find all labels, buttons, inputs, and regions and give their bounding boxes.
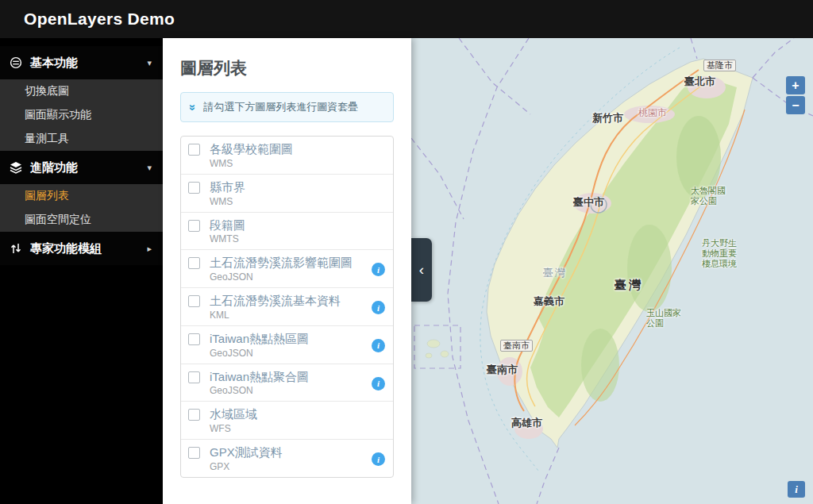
sidebar-item-layer-list[interactable]: 圖層列表 bbox=[0, 184, 163, 208]
map-label-hsinchu: 新竹市 bbox=[592, 112, 623, 125]
layer-name[interactable]: 縣市界 bbox=[210, 180, 385, 195]
layer-checkbox[interactable] bbox=[188, 409, 200, 421]
layer-name[interactable]: 各級學校範圍圖 bbox=[210, 142, 385, 157]
zoom-in-button[interactable]: + bbox=[786, 76, 805, 94]
sidebar-group-advanced: 圖層列表 圖面空間定位 bbox=[0, 184, 163, 232]
layer-type: WMTS bbox=[210, 233, 385, 244]
layer-row: iTaiwan熱點聚合圖 GeoJSON i bbox=[181, 364, 393, 402]
zoom-controls: + − bbox=[786, 76, 805, 114]
chevron-down-icon: ▾ bbox=[147, 163, 153, 173]
layer-checkbox[interactable] bbox=[188, 295, 200, 307]
sidebar-section-label: 專家功能模組 bbox=[30, 241, 147, 256]
layer-name[interactable]: iTaiwan熱點熱區圖 bbox=[210, 332, 372, 347]
panel-title: 圖層列表 bbox=[180, 57, 394, 79]
map-label-taichung: 臺中市 bbox=[573, 196, 604, 209]
sidebar-item-map-display[interactable]: 圖面顯示功能 bbox=[0, 103, 163, 127]
map-label-taoyuan: 桃園市 bbox=[638, 107, 667, 118]
double-chevron-down-icon: » bbox=[187, 104, 199, 110]
map-label-danda-habitat: 丹大野生 動物重要 棲息環境 bbox=[702, 238, 737, 270]
layer-name[interactable]: 段籍圖 bbox=[210, 218, 385, 233]
layer-checkbox[interactable] bbox=[188, 447, 200, 459]
map-label-kaohsiung: 高雄市 bbox=[511, 417, 542, 429]
map-canvas bbox=[411, 38, 813, 504]
layer-type: GeoJSON bbox=[210, 385, 372, 396]
zoom-out-button[interactable]: − bbox=[786, 96, 805, 114]
app-title: OpenLayers Demo bbox=[24, 10, 175, 29]
map-label-yushan-park: 玉山國家 公園 bbox=[646, 308, 681, 329]
layer-checkbox[interactable] bbox=[188, 371, 200, 383]
sidebar-section-label: 進階功能 bbox=[30, 160, 147, 175]
layer-row: iTaiwan熱點熱區圖 GeoJSON i bbox=[181, 326, 393, 364]
info-icon[interactable]: i bbox=[372, 263, 385, 276]
notice-text: 請勾選下方圖層列表進行圖資套疊 bbox=[203, 100, 358, 114]
attribution-button[interactable]: i bbox=[788, 481, 805, 498]
sidebar-item-switch-basemap[interactable]: 切換底圖 bbox=[0, 79, 163, 103]
sidebar-item-spatial-locate[interactable]: 圖面空間定位 bbox=[0, 208, 163, 232]
layer-name[interactable]: 土石流潛勢溪流基本資料 bbox=[210, 294, 372, 309]
chevron-down-icon: ▾ bbox=[147, 58, 153, 68]
sidebar-section-advanced[interactable]: 進階功能 ▾ bbox=[0, 151, 163, 184]
layer-checkbox[interactable] bbox=[188, 257, 200, 269]
panel-collapse-handle[interactable]: ‹ bbox=[411, 238, 432, 302]
map-label-taroko-park: 太魯閣國 家公園 bbox=[691, 186, 726, 206]
sidebar-section-expert[interactable]: 專家功能模組 ▸ bbox=[0, 232, 163, 265]
map-label-taiwan: 臺灣 bbox=[615, 278, 643, 292]
layer-name[interactable]: 水域區域 bbox=[210, 407, 385, 422]
layer-type: GeoJSON bbox=[210, 348, 372, 359]
info-icon[interactable]: i bbox=[372, 301, 385, 314]
layer-row: 縣市界 WMS bbox=[181, 175, 393, 213]
info-icon[interactable]: i bbox=[372, 339, 385, 352]
layer-checkbox[interactable] bbox=[188, 220, 200, 232]
info-icon[interactable]: i bbox=[372, 452, 385, 466]
sidebar-section-basic[interactable]: 基本功能 ▾ bbox=[0, 46, 163, 79]
layer-name[interactable]: iTaiwan熱點聚合圖 bbox=[210, 370, 372, 385]
layer-checkbox[interactable] bbox=[188, 144, 200, 156]
map-label-taipei: 臺北市 bbox=[684, 75, 715, 88]
swap-arrows-icon bbox=[10, 242, 22, 255]
sidebar-section-label: 基本功能 bbox=[30, 56, 147, 71]
map-label-chiayi: 嘉義市 bbox=[534, 295, 564, 308]
layer-type: GeoJSON bbox=[210, 271, 372, 283]
app: OpenLayers Demo 基本功能 ▾ 切換底圖 圖面顯示功能 量測工具 bbox=[0, 0, 813, 504]
app-header: OpenLayers Demo bbox=[0, 0, 813, 38]
layer-name[interactable]: 土石流潛勢溪流影響範圍圖 bbox=[210, 256, 372, 271]
layer-row: 土石流潛勢溪流基本資料 KML i bbox=[181, 288, 393, 326]
layer-panel: 圖層列表 » 請勾選下方圖層列表進行圖資套疊 各級學校範圍圖 WMS 縣市界 bbox=[163, 38, 411, 504]
layer-type: WMS bbox=[210, 158, 385, 169]
map-label-taiwan-strait: 臺灣 bbox=[543, 267, 567, 279]
chevron-right-icon: ▸ bbox=[147, 244, 153, 254]
layers-icon bbox=[10, 161, 22, 174]
map[interactable]: 基隆市 臺北市 桃園市 新竹市 臺中市 太魯閣國 家公園 丹大野生 動物重要 棲… bbox=[411, 38, 813, 504]
sidebar-group-basic: 切換底圖 圖面顯示功能 量測工具 bbox=[0, 79, 163, 151]
layer-type: WMS bbox=[210, 196, 385, 207]
basic-functions-icon bbox=[10, 56, 22, 69]
sidebar-item-measure-tools[interactable]: 量測工具 bbox=[0, 127, 163, 151]
app-body: 基本功能 ▾ 切換底圖 圖面顯示功能 量測工具 進階功能 ▾ 圖層列表 圖面空間… bbox=[0, 38, 813, 504]
layer-row: 水域區域 WFS bbox=[181, 402, 393, 440]
layer-notice: » 請勾選下方圖層列表進行圖資套疊 bbox=[180, 92, 394, 122]
chevron-left-icon: ‹ bbox=[419, 261, 424, 279]
map-label-tainan-box: 臺南市 bbox=[500, 340, 533, 352]
map-label-keelung: 基隆市 bbox=[703, 60, 736, 71]
layer-type: WFS bbox=[210, 423, 385, 434]
layer-list: 各級學校範圍圖 WMS 縣市界 WMS 段籍圖 WMTS bbox=[180, 136, 394, 478]
layer-row: 土石流潛勢溪流影響範圍圖 GeoJSON i bbox=[181, 250, 393, 288]
layer-row: 段籍圖 WMTS bbox=[181, 213, 393, 251]
layer-checkbox[interactable] bbox=[188, 333, 200, 345]
info-icon[interactable]: i bbox=[372, 377, 385, 391]
map-label-tainan: 臺南市 bbox=[487, 364, 518, 376]
sidebar: 基本功能 ▾ 切換底圖 圖面顯示功能 量測工具 進階功能 ▾ 圖層列表 圖面空間… bbox=[0, 38, 163, 504]
layer-name[interactable]: GPX測試資料 bbox=[210, 445, 372, 460]
layer-checkbox[interactable] bbox=[188, 182, 200, 194]
layer-row: 各級學校範圍圖 WMS bbox=[181, 137, 393, 175]
layer-type: KML bbox=[210, 310, 372, 321]
layer-row: GPX測試資料 GPX i bbox=[181, 440, 393, 477]
layer-type: GPX bbox=[210, 461, 372, 472]
